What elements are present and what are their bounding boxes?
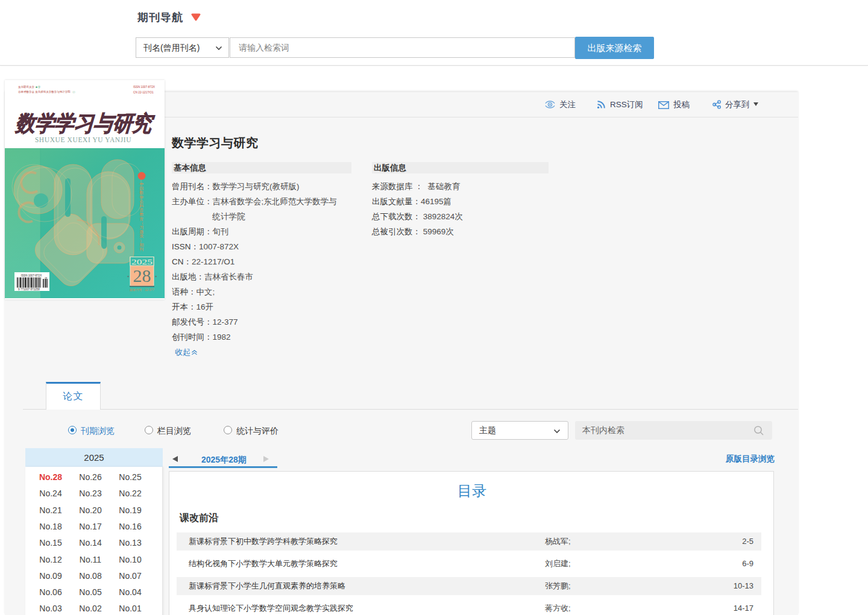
svg-text:SHUXUE XUEXI YU YANJIU: SHUXUE XUEXI YU YANJIU [35,136,131,143]
svg-text:数: 数 [139,190,144,195]
svg-text:学: 学 [140,195,144,199]
svg-text:科: 科 [140,204,144,208]
svg-text:习: 习 [140,225,144,229]
svg-text:数学学习与研究: 数学学习与研究 [14,111,156,136]
svg-text:类: 类 [140,234,144,238]
svg-text:28: 28 [45,277,47,279]
svg-text:普: 普 [140,208,144,212]
svg-text:2025: 2025 [131,257,153,266]
svg-text:28: 28 [133,266,151,286]
svg-text:吉林省数学会 东北师范大学数学与统计学院 （）: 吉林省数学会 东北师范大学数学与统计学院 （） [18,90,77,93]
svg-text:会: 会 [140,199,144,204]
svg-text:刊: 刊 [139,247,144,252]
svg-text:邮发代号：12-377: 邮发代号：12-377 [130,288,154,292]
svg-text:中: 中 [140,182,144,186]
svg-text:CN 22-1217/O1: CN 22-1217/O1 [133,91,154,94]
svg-text:9 771007 872258: 9 771007 872258 [18,288,40,291]
svg-text:期: 期 [140,243,144,247]
svg-text:ISSN 1007-872X: ISSN 1007-872X [133,86,156,89]
svg-text:东北研究大学 ★学: 东北研究大学 ★学 [18,86,41,89]
svg-text:育: 育 [140,217,144,221]
svg-text:ISSN 1007-872X: ISSN 1007-872X [21,274,42,277]
